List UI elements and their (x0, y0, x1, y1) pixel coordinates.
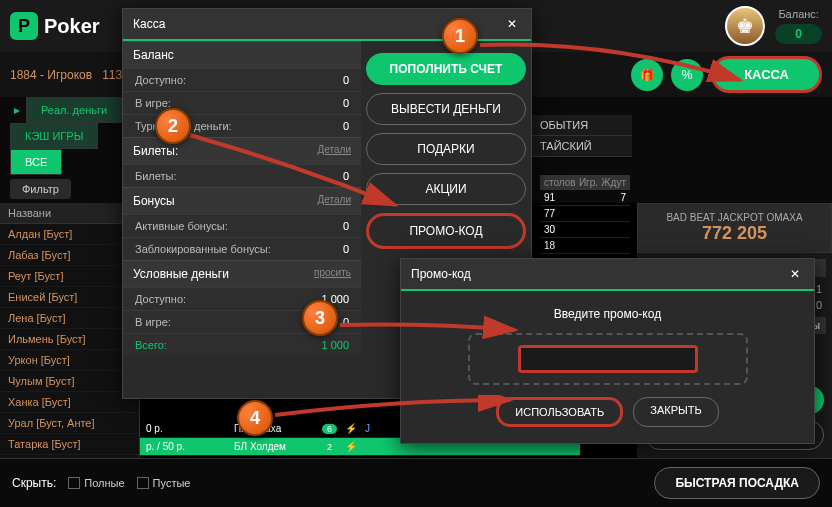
actions-button[interactable]: АКЦИИ (366, 173, 526, 205)
details-link-2[interactable]: Детали (318, 194, 351, 208)
game-item[interactable]: Ильмень [Буст] (0, 329, 139, 350)
jackpot-value: 772 205 (646, 223, 823, 244)
ticket-frame (468, 333, 748, 385)
game-item[interactable]: Лабаз [Буст] (0, 245, 139, 266)
request-link[interactable]: просить (314, 267, 351, 281)
game-item[interactable]: Чулым [Буст] (0, 371, 139, 392)
kassa-button[interactable]: КАССА (711, 56, 822, 93)
promo-prompt: Введите промо-код (554, 307, 661, 321)
promo-title: Промо-код (411, 267, 471, 281)
game-item[interactable]: Ханка [Буст] (0, 392, 139, 413)
game-item[interactable]: Уркон [Буст] (0, 350, 139, 371)
promo-code-button[interactable]: ПРОМО-КОД (366, 213, 526, 249)
checkbox-empty[interactable]: Пустые (137, 477, 191, 489)
tables-panel: столовИгр.Ждут 917773018 (540, 175, 630, 254)
balance-value: 0 (775, 24, 822, 44)
tab-real-money[interactable]: Реал. деньги (26, 97, 122, 123)
table-row[interactable]: 77 (540, 206, 630, 222)
gifts-button[interactable]: ПОДАРКИ (366, 133, 526, 165)
modal-title: Касса (133, 17, 165, 31)
hide-label: Скрыть: (12, 476, 56, 490)
events-panel: ОБЫТИЯ ТАЙСКИЙ (532, 115, 632, 157)
playmoney-section: Условные деньги (133, 267, 229, 281)
players-val: 1 (816, 283, 822, 295)
jackpot-label: BAD BEAT JACKPOT ОМАХА (646, 212, 823, 223)
table-row[interactable]: 18 (540, 238, 630, 254)
bonus-section: Бонусы (133, 194, 175, 208)
game-item[interactable]: Татарка [Буст] (0, 434, 139, 455)
promo-modal: Промо-код ✕ Введите промо-код ИСПОЛЬЗОВА… (400, 258, 815, 444)
close-icon[interactable]: ✕ (786, 265, 804, 283)
annotation-4: 4 (237, 400, 273, 436)
tab-cash-games[interactable]: КЭШ ИГРЫ (10, 123, 98, 149)
gift-icon[interactable]: 🎁 (631, 59, 663, 91)
close-button[interactable]: ЗАКРЫТЬ (633, 397, 718, 427)
game-item[interactable]: Енисей [Буст] (0, 287, 139, 308)
checkbox-full[interactable]: Полные (68, 477, 124, 489)
withdraw-button[interactable]: ВЫВЕСТИ ДЕНЬГИ (366, 93, 526, 125)
column-header-name[interactable]: Названи (0, 203, 139, 224)
annotation-2: 2 (155, 108, 191, 144)
balance-label: Баланс: (778, 8, 819, 20)
table-row[interactable]: 917 (540, 190, 630, 206)
logo-text: Poker (44, 15, 100, 38)
balance-section: Баланс (133, 48, 174, 62)
game-item[interactable]: Алдан [Буст] (0, 224, 139, 245)
filter-button[interactable]: Фильтр (10, 179, 71, 199)
avatar[interactable]: ♚ (725, 6, 765, 46)
game-item[interactable]: Лена [Буст] (0, 308, 139, 329)
use-button[interactable]: ИСПОЛЬЗОВАТЬ (496, 397, 623, 427)
games-list: Названи Алдан [Буст]Лабаз [Буст]Реут [Бу… (0, 203, 140, 458)
tickets-section: Билеты: (133, 144, 178, 158)
entries-val: 0 (816, 299, 822, 311)
annotation-1: 1 (442, 18, 478, 54)
tab-all[interactable]: ВСЕ (10, 149, 62, 175)
close-icon[interactable]: ✕ (503, 15, 521, 33)
players-count: 1884 - Игроков (10, 68, 92, 82)
jackpot-panel: BAD BEAT JACKPOT ОМАХА 772 205 (637, 203, 832, 253)
quick-seat-button[interactable]: БЫСТРАЯ ПОСАДКА (654, 467, 820, 499)
game-item[interactable]: Урал [Буст, Анте] (0, 413, 139, 434)
game-item[interactable]: Реут [Буст] (0, 266, 139, 287)
details-link[interactable]: Детали (318, 144, 351, 158)
promo-input[interactable] (518, 345, 698, 373)
logo-icon: P (10, 12, 38, 40)
annotation-3: 3 (302, 300, 338, 336)
deposit-button[interactable]: ПОПОЛНИТЬ СЧЕТ (366, 53, 526, 85)
logo: P Poker (10, 12, 100, 40)
percent-icon[interactable]: % (671, 59, 703, 91)
table-row[interactable]: 30 (540, 222, 630, 238)
